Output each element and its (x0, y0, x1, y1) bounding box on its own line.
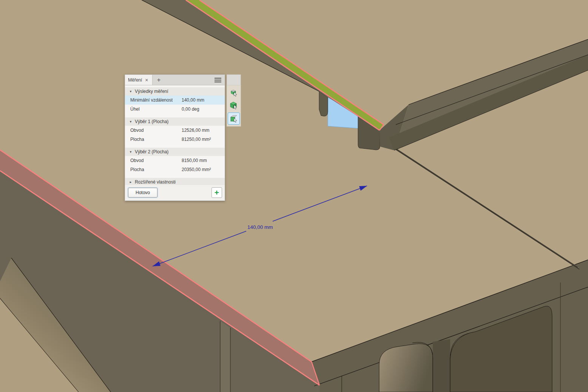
chevron-down-icon: ▼ (129, 150, 132, 154)
rib-arch-opening (379, 344, 433, 392)
green-face-cursor-icon (229, 114, 238, 123)
done-button[interactable]: Hotovo (128, 188, 157, 198)
viewport-3d[interactable]: 140,00 mm (0, 0, 588, 392)
add-measurement-button[interactable]: + (211, 187, 222, 198)
selection-filter-toolbar (227, 74, 241, 125)
tab-title: Měření (128, 77, 142, 83)
tab-mereni[interactable]: Měření × (125, 75, 153, 85)
section-header-selection-1[interactable]: ▼ Výběr 1 (Plocha) (125, 117, 225, 126)
row-area-1[interactable]: Plocha 81250,00 mm² (125, 135, 225, 144)
green-cube-cursor-icon (229, 101, 238, 110)
select-face-icon[interactable] (228, 113, 240, 125)
measure-panel-tabbar: Měření × + (125, 75, 225, 85)
close-icon[interactable]: × (145, 77, 148, 83)
hamburger-menu-icon[interactable] (211, 75, 225, 85)
row-min-distance[interactable]: Minimální vzdálenost 140,00 mm (125, 96, 225, 105)
chevron-right-icon: ► (129, 181, 132, 184)
chevron-down-icon: ▼ (129, 120, 132, 123)
row-perimeter-2[interactable]: Obvod 8150,00 mm (125, 156, 225, 165)
row-perimeter-1[interactable]: Obvod 12526,00 mm (125, 126, 225, 135)
toolbar-header[interactable] (227, 74, 241, 85)
panel-footer: Hotovo + (125, 185, 225, 201)
small-cube-cursor-icon (229, 88, 238, 97)
row-angle[interactable]: Úhel 0,00 deg (125, 105, 225, 114)
chevron-down-icon: ▼ (129, 90, 132, 93)
measure-panel: Měření × + ▼ Výsledky měření Minimální v… (125, 74, 225, 201)
row-area-2[interactable]: Plocha 20350,00 mm² (125, 165, 225, 174)
add-tab-icon[interactable]: + (153, 75, 165, 85)
section-header-selection-2[interactable]: ▼ Výběr 2 (Plocha) (125, 148, 225, 156)
dimension-label: 140,00 mm (247, 224, 273, 230)
select-body-icon[interactable] (228, 100, 239, 111)
section-header-results[interactable]: ▼ Výsledky měření (125, 87, 225, 96)
select-vertex-edge-face-icon[interactable] (228, 87, 239, 98)
